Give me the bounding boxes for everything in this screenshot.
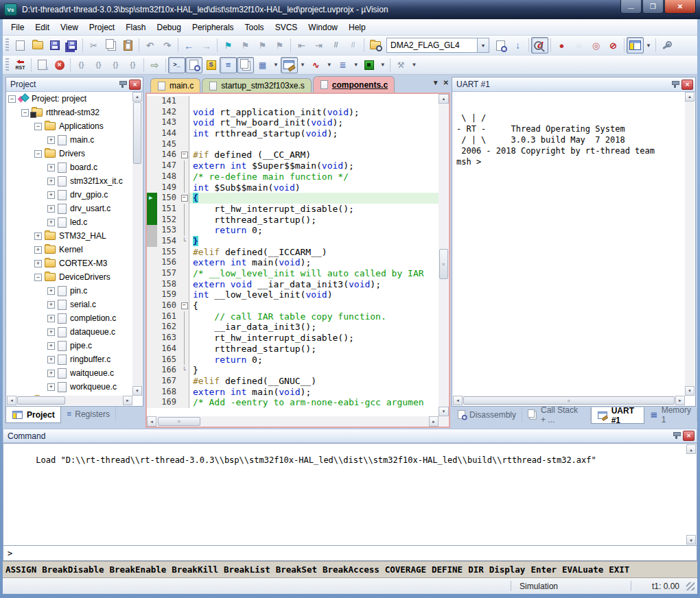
uart-terminal[interactable]: \ | /- RT - Thread Operating System / | …: [453, 92, 685, 396]
fold-gutter[interactable]: −: [180, 193, 189, 204]
expand-toggle[interactable]: +: [47, 219, 55, 226]
scroll-down-icon[interactable]: ▼: [686, 535, 696, 545]
breakpoint-gutter[interactable]: [147, 300, 157, 311]
trace-window-button[interactable]: ≣: [334, 57, 351, 73]
scroll-up-icon[interactable]: ▲: [686, 444, 696, 454]
disassembly-window-button[interactable]: [185, 57, 202, 73]
debug-toolbar-dropdown-icon[interactable]: ▼: [410, 62, 419, 68]
restore-button[interactable]: [642, 0, 664, 14]
editor-vscrollbar[interactable]: ▲ ≡ ▼: [439, 94, 449, 416]
scroll-right-icon[interactable]: ►: [123, 396, 132, 405]
breakpoint-gutter[interactable]: [147, 397, 157, 408]
tree-item-drv-gpio-c[interactable]: +drv_gpio.c: [7, 188, 132, 202]
panel-tab-disassembly[interactable]: Disassembly: [452, 407, 522, 422]
scroll-left-icon[interactable]: ◄: [453, 396, 463, 405]
close-document-icon[interactable]: ✕: [443, 79, 449, 86]
scroll-down-icon[interactable]: ▼: [685, 386, 695, 396]
menu-debug[interactable]: Debug: [152, 20, 187, 35]
breakpoint-gutter[interactable]: [147, 257, 157, 268]
close-icon[interactable]: [683, 431, 695, 441]
scroll-down-icon[interactable]: ▼: [132, 386, 142, 396]
undo-button[interactable]: ↶: [141, 37, 159, 53]
panel-tab-uart-1[interactable]: UART #1: [591, 407, 645, 424]
tree-item-dataqueue-c[interactable]: +dataqueue.c: [7, 325, 132, 339]
cmd-breakset[interactable]: BreakSet: [276, 564, 317, 575]
cmd-exit[interactable]: EXIT: [609, 564, 629, 575]
cut-button[interactable]: ✂: [85, 37, 102, 53]
cmd-dir[interactable]: DIR: [468, 564, 484, 575]
breakpoint-gutter[interactable]: [147, 204, 157, 215]
menu-help[interactable]: Help: [343, 20, 371, 35]
tree-item-applications[interactable]: −Applications: [7, 119, 132, 133]
command-output[interactable]: Load "D:\\rt-thread\\rt-thread-3.0.3\\bs…: [3, 443, 697, 546]
menu-view[interactable]: View: [55, 20, 84, 35]
pin-icon[interactable]: [674, 82, 676, 88]
tree-item-devicedrivers[interactable]: −DeviceDrivers: [7, 270, 132, 284]
system-viewer-dropdown-icon[interactable]: ▼: [378, 62, 388, 68]
incremental-find-button[interactable]: ↓: [509, 37, 526, 53]
menu-edit[interactable]: Edit: [30, 20, 55, 35]
tree-item-stm32f1xx-it-c[interactable]: +stm32f1xx_it.c: [7, 174, 132, 188]
tree-item-pipe-c[interactable]: +pipe.c: [7, 339, 132, 352]
breakpoint-gutter[interactable]: [147, 279, 157, 290]
toolbar-grip[interactable]: [5, 38, 9, 52]
cmd-breakaccess[interactable]: BreakAccess: [323, 564, 380, 575]
breakpoint-gutter[interactable]: [147, 289, 157, 300]
bookmark-previous-button[interactable]: ⚑: [237, 37, 254, 53]
toolbar-grip[interactable]: [5, 58, 9, 72]
cmd-assign[interactable]: ASSIGN: [5, 564, 36, 575]
uart-vscrollbar[interactable]: ▲ ▼: [685, 92, 695, 396]
tree-item-drv-usart-c[interactable]: +drv_usart.c: [7, 202, 132, 215]
scroll-left-icon[interactable]: ◄: [147, 416, 156, 427]
expand-toggle[interactable]: +: [47, 136, 55, 144]
serial-window-dropdown-icon[interactable]: ▼: [298, 62, 307, 68]
find-next-button[interactable]: [492, 37, 509, 53]
trace-window-dropdown-icon[interactable]: ▼: [351, 62, 361, 68]
pin-icon[interactable]: [675, 433, 677, 439]
expand-toggle[interactable]: +: [47, 301, 55, 309]
start-stop-debug-button[interactable]: d: [531, 37, 548, 53]
tree-item-main-c[interactable]: +main.c: [7, 133, 132, 147]
breakpoint-gutter[interactable]: [147, 355, 157, 366]
indent-button[interactable]: ⇥: [310, 37, 327, 53]
menu-peripherals[interactable]: Peripherals: [187, 20, 240, 35]
tab-list-dropdown-icon[interactable]: ▼: [432, 79, 439, 86]
expand-toggle[interactable]: +: [47, 383, 55, 391]
tree-item-ringbuffer-c[interactable]: +ringbuffer.c: [7, 352, 132, 366]
expand-toggle[interactable]: −: [34, 150, 42, 158]
cmd-breaklist[interactable]: BreakList: [224, 564, 270, 575]
breakpoint-gutter[interactable]: [147, 150, 157, 160]
fold-collapse-icon[interactable]: −: [181, 302, 188, 309]
run-button[interactable]: ⇨: [146, 57, 163, 73]
close-button[interactable]: [664, 0, 696, 14]
tree-item-drivers[interactable]: −Drivers: [7, 147, 132, 160]
tree-item-waitqueue-c[interactable]: +waitqueue.c: [7, 366, 132, 380]
tree-item-project-project[interactable]: −Project: project: [7, 92, 132, 106]
tree-item-pin-c[interactable]: +pin.c: [7, 284, 132, 298]
tree-item-led-c[interactable]: +led.c: [7, 215, 132, 229]
breakpoint-gutter[interactable]: [147, 117, 157, 128]
menu-tools[interactable]: Tools: [240, 20, 270, 35]
window-layout-dropdown-icon[interactable]: ▼: [644, 43, 653, 49]
window-layout-button[interactable]: [627, 37, 644, 53]
analysis-window-button[interactable]: ∿: [307, 57, 325, 73]
breakpoint-gutter[interactable]: [147, 236, 157, 247]
expand-toggle[interactable]: +: [47, 342, 55, 350]
enable-disable-breakpoint-button[interactable]: ○: [570, 37, 587, 53]
expand-toggle[interactable]: +: [47, 205, 55, 213]
scroll-right-icon[interactable]: ►: [429, 416, 439, 427]
run-to-line-button[interactable]: {}: [124, 57, 141, 73]
expand-toggle[interactable]: +: [47, 191, 55, 199]
scroll-down-icon[interactable]: ▼: [439, 407, 449, 416]
system-viewer-button[interactable]: [361, 57, 378, 73]
expand-toggle[interactable]: +: [47, 164, 55, 171]
breakpoint-gutter[interactable]: [147, 268, 157, 279]
expand-toggle[interactable]: +: [47, 356, 55, 363]
cmd-coverage[interactable]: COVERAGE: [385, 564, 426, 575]
tree-item-kernel[interactable]: +Kernel: [7, 243, 132, 256]
bookmark-toggle-button[interactable]: ⚑: [220, 37, 237, 53]
breakpoint-gutter[interactable]: [147, 387, 157, 398]
fold-gutter[interactable]: −: [180, 150, 189, 160]
expand-toggle[interactable]: +: [47, 315, 55, 322]
expand-toggle[interactable]: +: [47, 370, 55, 377]
